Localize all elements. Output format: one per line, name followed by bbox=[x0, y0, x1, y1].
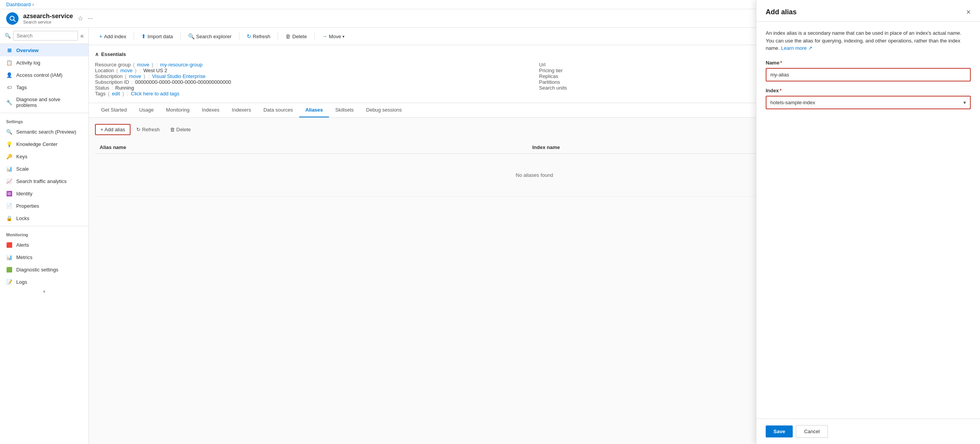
location-label: Location bbox=[95, 68, 114, 73]
tab-data-sources[interactable]: Data sources bbox=[257, 103, 299, 117]
import-data-button[interactable]: ⬆ Import data bbox=[137, 31, 177, 42]
alerts-icon: 🟥 bbox=[6, 242, 12, 248]
subscription-move-link[interactable]: move bbox=[129, 73, 141, 79]
aliases-refresh-button[interactable]: ↻ Refresh bbox=[132, 124, 164, 135]
save-button[interactable]: Save bbox=[766, 425, 793, 437]
sidebar-item-activity-log[interactable]: 📋 Activity log bbox=[0, 56, 88, 69]
tab-aliases[interactable]: Aliases bbox=[299, 103, 329, 117]
delete-button[interactable]: 🗑 Delete bbox=[281, 31, 311, 42]
import-data-icon: ⬆ bbox=[141, 33, 146, 39]
tab-usage[interactable]: Usage bbox=[133, 103, 160, 117]
sidebar-item-scale[interactable]: 📊 Scale bbox=[0, 163, 88, 175]
learn-more-link[interactable]: Learn more ↗ bbox=[781, 45, 812, 51]
sidebar-item-diagnose[interactable]: 🔧 Diagnose and solve problems bbox=[0, 93, 88, 111]
panel-body: An index alias is a secondary name that … bbox=[756, 28, 980, 419]
essentials-collapse-icon: ∧ bbox=[95, 51, 99, 57]
sidebar-item-diagnostic-settings[interactable]: 🟩 Diagnostic settings bbox=[0, 263, 88, 276]
search-explorer-button[interactable]: 🔍 Search explorer bbox=[184, 31, 236, 42]
knowledge-center-icon: 💡 bbox=[6, 141, 12, 147]
add-alias-panel: Add alias × An index alias is a secondar… bbox=[756, 28, 980, 444]
index-select[interactable]: hotels-sample-index bbox=[766, 97, 960, 108]
sidebar-properties-label: Properties bbox=[16, 203, 39, 209]
search-input[interactable] bbox=[13, 31, 78, 41]
sidebar-item-tags[interactable]: 🏷 Tags bbox=[0, 81, 88, 93]
sidebar-item-identity[interactable]: 🆔 Identity bbox=[0, 187, 88, 200]
sidebar-activity-label: Activity log bbox=[16, 60, 40, 66]
sub-id-separator: : bbox=[131, 79, 133, 85]
refresh-label: Refresh bbox=[253, 34, 271, 39]
status-separator: : bbox=[112, 85, 113, 91]
toolbar-sep-3 bbox=[239, 32, 239, 40]
subscription-value[interactable]: Visual Studio Enterprise bbox=[152, 73, 206, 79]
cancel-button[interactable]: Cancel bbox=[796, 425, 827, 438]
monitoring-section-label: Monitoring bbox=[0, 228, 88, 239]
index-label: Index* bbox=[766, 88, 971, 93]
sidebar-scale-label: Scale bbox=[16, 166, 29, 172]
status-value: Running bbox=[115, 85, 134, 91]
location-value: West US 2 bbox=[143, 68, 167, 73]
tab-indexers[interactable]: Indexers bbox=[226, 103, 257, 117]
panel-description: An index alias is a secondary name that … bbox=[766, 29, 971, 52]
aliases-delete-button[interactable]: 🗑 Delete bbox=[166, 124, 195, 135]
sidebar-item-properties[interactable]: 📄 Properties bbox=[0, 200, 88, 212]
resource-group-label: Resource group bbox=[95, 62, 131, 68]
select-chevron-icon: ▾ bbox=[960, 100, 970, 105]
keys-icon: 🔑 bbox=[6, 153, 12, 159]
locks-icon: 🔒 bbox=[6, 215, 12, 221]
move-button[interactable]: → Move ▾ bbox=[318, 31, 349, 42]
scale-icon: 📊 bbox=[6, 166, 12, 172]
tab-monitoring[interactable]: Monitoring bbox=[160, 103, 196, 117]
alias-name-input[interactable] bbox=[766, 69, 970, 81]
sidebar-item-search-traffic[interactable]: 📈 Search traffic analytics bbox=[0, 175, 88, 187]
search-units-label: Search units bbox=[539, 85, 567, 91]
add-index-label: Add index bbox=[104, 34, 126, 39]
pricing-label: Pricing tier bbox=[539, 68, 563, 73]
location-row: Location (move) : West US 2 bbox=[95, 68, 530, 73]
tab-debug-sessions[interactable]: Debug sessions bbox=[360, 103, 408, 117]
add-alias-button[interactable]: + Add alias bbox=[95, 124, 131, 135]
service-title: azsearch-service Search service bbox=[23, 13, 73, 24]
iam-icon: 👤 bbox=[6, 72, 12, 78]
sidebar-item-overview[interactable]: ⊞ Overview bbox=[0, 44, 88, 56]
resource-group-move-link[interactable]: move bbox=[137, 62, 149, 68]
tab-get-started[interactable]: Get Started bbox=[95, 103, 133, 117]
tags-add-link[interactable]: Click here to add tags bbox=[131, 91, 180, 97]
analytics-icon: 📈 bbox=[6, 178, 12, 184]
replicas-label: Replicas bbox=[539, 73, 558, 79]
sidebar-item-knowledge-center[interactable]: 💡 Knowledge Center bbox=[0, 138, 88, 150]
toolbar-sep-4 bbox=[278, 32, 278, 40]
add-index-button[interactable]: + Add index bbox=[95, 31, 131, 42]
toolbar-sep-2 bbox=[180, 32, 181, 40]
sidebar-metrics-label: Metrics bbox=[16, 254, 32, 260]
tab-skillsets[interactable]: Skillsets bbox=[329, 103, 360, 117]
refresh-button[interactable]: ↻ Refresh bbox=[242, 31, 275, 42]
semantic-search-icon: 🔍 bbox=[6, 129, 12, 135]
sidebar-item-locks[interactable]: 🔒 Locks bbox=[0, 212, 88, 224]
more-options-icon[interactable]: ··· bbox=[88, 15, 93, 22]
tags-edit-link[interactable]: edit bbox=[112, 91, 120, 97]
location-move-link[interactable]: move bbox=[120, 68, 133, 73]
sidebar-item-keys[interactable]: 🔑 Keys bbox=[0, 150, 88, 163]
header-actions: ☆ ··· bbox=[78, 15, 93, 22]
sidebar-divider-1 bbox=[0, 113, 88, 113]
resource-group-value[interactable]: my-resource-group bbox=[160, 62, 203, 68]
breadcrumb-dashboard[interactable]: Dashboard bbox=[6, 2, 31, 7]
subscription-id-row: Subscription ID : 00000000-0000-0000-000… bbox=[95, 79, 530, 85]
sidebar-item-access-control[interactable]: 👤 Access control (IAM) bbox=[0, 69, 88, 81]
sidebar-collapse-icon[interactable]: « bbox=[80, 32, 84, 39]
logs-icon: 📝 bbox=[6, 279, 12, 285]
subscription-separator: : bbox=[148, 73, 150, 79]
favorite-icon[interactable]: ☆ bbox=[78, 15, 83, 22]
sidebar-item-metrics[interactable]: 📊 Metrics bbox=[0, 251, 88, 263]
location-separator: : bbox=[140, 68, 141, 73]
overview-icon: ⊞ bbox=[6, 47, 12, 53]
resource-group-row: Resource group (move) : my-resource-grou… bbox=[95, 62, 530, 68]
delete-icon: 🗑 bbox=[285, 33, 291, 39]
aliases-refresh-icon: ↻ bbox=[136, 127, 141, 132]
tab-indexes[interactable]: Indexes bbox=[196, 103, 226, 117]
service-name: azsearch-service bbox=[23, 13, 73, 20]
sidebar-item-alerts[interactable]: 🟥 Alerts bbox=[0, 239, 88, 251]
aliases-delete-label: Delete bbox=[176, 127, 191, 132]
sidebar-item-semantic-search[interactable]: 🔍 Semantic search (Preview) bbox=[0, 125, 88, 138]
sidebar-item-logs[interactable]: 📝 Logs bbox=[0, 276, 88, 288]
